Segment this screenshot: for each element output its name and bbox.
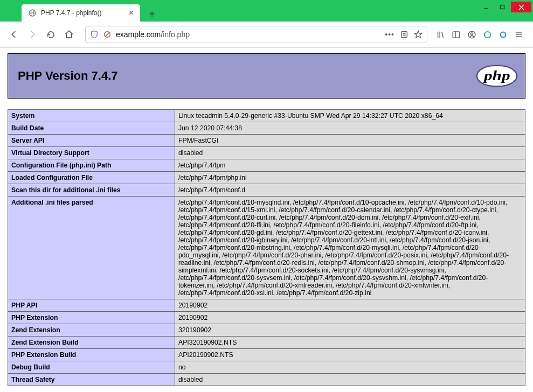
table-row: Zend Extension320190902 (8, 324, 525, 337)
config-key: Loaded Configuration File (8, 172, 175, 184)
svg-rect-9 (402, 32, 407, 38)
config-key: Configuration File (php.ini) Path (8, 159, 175, 172)
browser-chrome: example.com/info.php ••• (0, 22, 533, 392)
config-value: /etc/php/7.4/fpm/conf.d (175, 184, 525, 197)
config-key: Build Date (8, 122, 175, 135)
svg-point-21 (501, 32, 506, 37)
browser-tab[interactable]: PHP 7.4.7 - phpinfo() × (22, 4, 140, 22)
window-close-button[interactable] (511, 2, 531, 12)
config-value: API320190902,NTS (175, 337, 525, 349)
config-key: PHP Extension Build (8, 349, 175, 361)
url-bar[interactable]: example.com/info.php ••• (85, 26, 427, 43)
table-row: Build DateJun 12 2020 07:44:38 (8, 122, 525, 135)
svg-marker-12 (414, 31, 421, 38)
config-value: FPM/FastCGI (175, 135, 525, 147)
back-button[interactable] (8, 28, 20, 41)
phpinfo-page: PHP Version 7.4.7 php SystemLinux tecadm… (0, 48, 533, 391)
phpinfo-header: PHP Version 7.4.7 php (8, 53, 525, 99)
table-row: PHP Extension20190902 (8, 312, 525, 324)
config-value: /etc/php/7.4/fpm/conf.d/10-mysqlnd.ini, … (175, 197, 525, 299)
table-row: Debug Buildno (8, 361, 525, 374)
config-key: PHP API (8, 299, 175, 312)
svg-line-15 (442, 31, 444, 37)
globe-icon (28, 9, 37, 17)
shield-icon[interactable] (90, 30, 99, 39)
menu-icon[interactable] (514, 30, 523, 39)
extension-icon-2[interactable] (499, 30, 508, 39)
account-icon[interactable] (467, 30, 476, 39)
table-row: PHP Extension BuildAPI20190902,NTS (8, 349, 525, 361)
table-row: Server APIFPM/FastCGI (8, 135, 525, 147)
table-row: Configuration File (php.ini) Path/etc/ph… (8, 159, 525, 172)
tab-strip: PHP 7.4.7 - phpinfo() × + (0, 3, 533, 22)
window-minimize-button[interactable] (479, 2, 494, 12)
config-key: Thread Safety (8, 374, 175, 386)
table-row: Thread Safetydisabled (8, 374, 525, 386)
toolbar: example.com/info.php ••• (0, 22, 533, 48)
permissions-icon[interactable] (103, 30, 112, 39)
library-icon[interactable] (436, 30, 445, 39)
config-value: /etc/php/7.4/fpm (175, 159, 525, 172)
config-key: Scan this dir for additional .ini files (8, 184, 175, 197)
config-key: Debug Build (8, 361, 175, 374)
new-tab-button[interactable]: + (144, 6, 160, 22)
config-value: disabled (175, 374, 525, 386)
home-button[interactable] (63, 28, 75, 41)
table-row: Virtual Directory Supportdisabled (8, 147, 525, 159)
reload-button[interactable] (44, 28, 57, 41)
config-value: /etc/php/7.4/fpm/php.ini (175, 172, 525, 184)
svg-point-20 (484, 31, 490, 37)
svg-point-19 (470, 32, 473, 34)
table-row: Additional .ini files parsed/etc/php/7.4… (8, 197, 525, 299)
php-version-title: PHP Version 7.4.7 (18, 69, 117, 83)
table-row: PHP API20190902 (8, 299, 525, 312)
extension-icon-1[interactable] (483, 30, 492, 39)
config-value: 320190902 (175, 324, 525, 337)
config-value: Jun 12 2020 07:44:38 (175, 122, 525, 135)
config-key: PHP Extension (8, 312, 175, 324)
url-text[interactable]: example.com/info.php (116, 30, 380, 39)
config-key: System (8, 110, 175, 122)
config-key: Server API (8, 135, 175, 147)
table-row: Scan this dir for additional .ini files/… (8, 184, 525, 197)
config-key: Zend Extension (8, 324, 175, 337)
table-row: Loaded Configuration File/etc/php/7.4/fp… (8, 172, 525, 184)
forward-button[interactable] (26, 28, 39, 41)
bookmark-star-icon[interactable] (414, 30, 423, 39)
config-value: Linux tecadmin 5.4.0-29-generic #33-Ubun… (175, 110, 525, 122)
phpinfo-table: SystemLinux tecadmin 5.4.0-29-generic #3… (8, 109, 525, 386)
config-key: Virtual Directory Support (8, 147, 175, 159)
config-key: Zend Extension Build (8, 337, 175, 349)
svg-line-8 (105, 32, 109, 37)
config-key: Additional .ini files parsed (8, 197, 175, 299)
page-actions-icon[interactable]: ••• (385, 30, 394, 39)
svg-rect-1 (501, 5, 504, 9)
svg-rect-16 (453, 31, 460, 37)
table-row: SystemLinux tecadmin 5.4.0-29-generic #3… (8, 110, 525, 122)
browser-window: PHP 7.4.7 - phpinfo() × + (0, 0, 533, 392)
php-logo: php (479, 65, 515, 87)
reader-mode-icon[interactable] (400, 30, 409, 39)
tab-close-button[interactable]: × (129, 9, 134, 17)
table-row: Zend Extension BuildAPI320190902,NTS (8, 337, 525, 349)
window-controls (479, 2, 531, 12)
sidebar-icon[interactable] (452, 30, 461, 39)
window-maximize-button[interactable] (495, 2, 510, 12)
config-value: 20190902 (175, 299, 525, 312)
content-area[interactable]: PHP Version 7.4.7 php SystemLinux tecadm… (0, 48, 533, 392)
config-value: 20190902 (175, 312, 525, 324)
config-value: disabled (175, 147, 525, 159)
config-value: API20190902,NTS (175, 349, 525, 361)
tab-title: PHP 7.4.7 - phpinfo() (41, 9, 124, 17)
config-value: no (175, 361, 525, 374)
